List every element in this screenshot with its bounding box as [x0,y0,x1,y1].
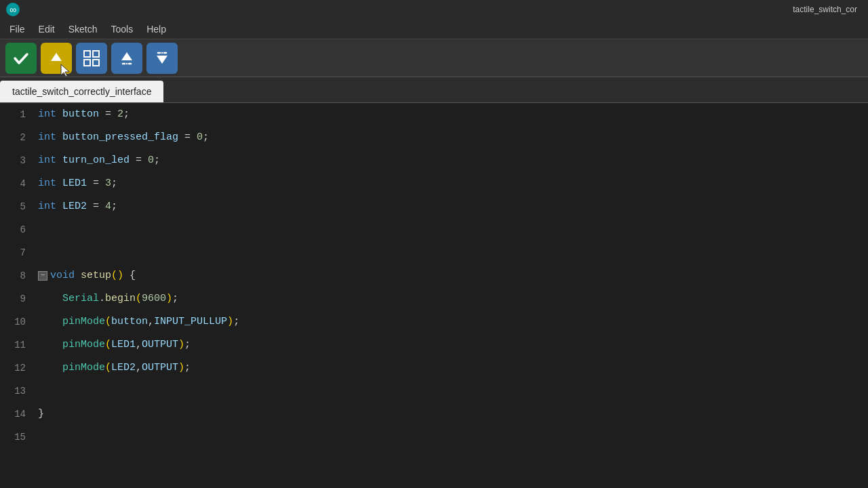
titlebar: ∞ tactile_switch_cor [0,0,868,19]
menu-sketch[interactable]: Sketch [62,22,104,36]
code-line-6 [38,218,863,241]
line-num-8: 8 [0,264,26,287]
svg-marker-13 [157,56,167,64]
code-line-7 [38,241,863,264]
tabbar: tactile_switch_correctly_interface [0,77,868,103]
open-button[interactable] [111,43,142,74]
code-line-9: Serial.begin(9600); [38,287,863,310]
new-button[interactable] [76,43,107,74]
line-num-7: 7 [0,241,26,264]
code-line-11: pinMode(LED1,OUTPUT); [38,333,863,357]
menu-edit[interactable]: Edit [32,22,62,36]
line-num-1: 1 [0,103,26,126]
line-numbers: 1 2 3 4 5 6 7 8 9 10 11 12 13 14 15 [0,103,33,488]
svg-rect-5 [84,51,90,57]
code-line-1: int button = 2; [38,103,863,126]
code-area[interactable]: int button = 2; int button_pressed_flag … [33,103,868,488]
app-icon: ∞ [5,2,20,17]
code-line-3: int turn_on_led = 0; [38,149,863,172]
window-title: tactile_switch_cor [793,5,857,14]
code-line-4: int LED1 = 3; [38,172,863,195]
code-line-2: int button_pressed_flag = 0; [38,126,863,149]
line-num-3: 3 [0,149,26,172]
editor: 1 2 3 4 5 6 7 8 9 10 11 12 13 14 15 int … [0,103,868,488]
verify-button[interactable] [5,43,37,74]
line-num-5: 5 [0,195,26,218]
code-line-15 [38,426,863,449]
line-num-9: 9 [0,287,26,310]
code-line-13 [38,380,863,403]
svg-rect-6 [93,51,99,57]
line-num-14: 14 [0,403,26,426]
toolbar [0,39,868,77]
code-line-8: −void setup() { [38,264,863,287]
save-button[interactable] [146,43,178,74]
menu-file[interactable]: File [3,22,32,36]
code-line-14: } [38,403,863,426]
svg-marker-4 [61,64,69,77]
line-num-2: 2 [0,126,26,149]
code-line-12: pinMode(LED2,OUTPUT); [38,357,863,380]
line-num-12: 12 [0,357,26,380]
line-num-6: 6 [0,218,26,241]
line-num-10: 10 [0,310,26,333]
line-num-15: 15 [0,426,26,449]
line-num-13: 13 [0,380,26,403]
code-line-5: int LED2 = 4; [38,195,863,218]
menubar: File Edit Sketch Tools Help [0,19,868,39]
svg-text:∞: ∞ [9,4,16,15]
svg-rect-7 [84,60,90,66]
editor-tab[interactable]: tactile_switch_correctly_interface [0,81,163,102]
line-num-4: 4 [0,172,26,195]
line-num-11: 11 [0,333,26,357]
svg-marker-9 [121,52,132,60]
svg-rect-8 [93,60,99,66]
menu-help[interactable]: Help [140,22,173,36]
menu-tools[interactable]: Tools [104,22,140,36]
fold-marker-8[interactable]: − [38,271,47,281]
code-line-10: pinMode(button,INPUT_PULLUP); [38,310,863,333]
upload-button[interactable] [41,43,72,74]
